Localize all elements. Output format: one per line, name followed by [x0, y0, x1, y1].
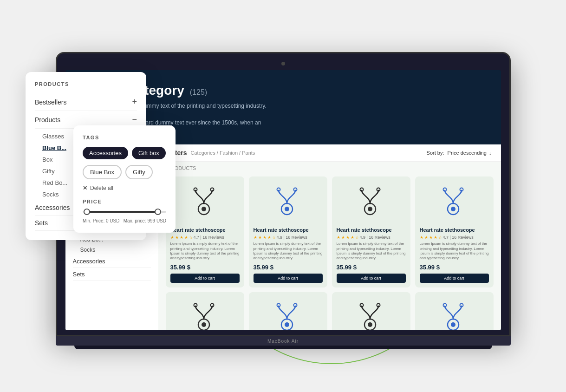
- x-icon: ✕: [83, 185, 87, 191]
- tags-row-filled: Accessories Gift box: [83, 147, 166, 159]
- product-count: (125): [190, 88, 207, 97]
- rating-text-3: 4.7 | 16 Reviews: [443, 235, 474, 240]
- product-stars-3: ★★★★☆4.7 | 16 Reviews: [420, 235, 489, 240]
- floating-filter-panel: TAGS Accessories Gift box Blue Box Gifty…: [73, 125, 176, 233]
- star-3-product-0: ★: [184, 235, 188, 240]
- star-2-product-2: ★: [346, 235, 350, 240]
- star-3-product-2: ★: [351, 235, 354, 240]
- delete-all-button[interactable]: ✕ Delete all: [83, 185, 166, 191]
- product-desc-1: Lorem Ipsum is simply dummy text of the …: [254, 242, 323, 261]
- expand-icon-bestsellers: +: [132, 97, 137, 107]
- price-slider[interactable]: [83, 211, 166, 213]
- product-name-2: Heart rate stethoscope: [337, 227, 406, 233]
- star-1-product-2: ★: [341, 235, 345, 240]
- product-image-0: [170, 181, 240, 223]
- star-2-product-3: ★: [429, 235, 433, 240]
- product-image-7: [420, 297, 489, 330]
- product-card-4: Heart rate stethoscope★★★★☆4.7 | 16 Revi…: [166, 292, 244, 330]
- add-to-cart-button-2[interactable]: Add to cart: [337, 274, 406, 283]
- product-name-0: Heart rate stethoscope: [170, 227, 240, 233]
- star-1-product-3: ★: [424, 235, 428, 240]
- products-grid: Heart rate stethoscope★★★★☆4.7 | 16 Revi…: [158, 173, 501, 330]
- screen-main: Filters Categories / Fashion / Pants Sor…: [158, 144, 501, 330]
- stethoscope-image-4: [189, 299, 221, 330]
- product-image-1: [254, 181, 323, 223]
- svg-point-29: [451, 322, 455, 327]
- svg-point-9: [368, 207, 372, 211]
- product-name-3: Heart rate stethoscope: [420, 227, 489, 233]
- product-stars-1: ★★★★☆4.9 | 16 Reviews: [254, 235, 323, 240]
- star-2-product-1: ★: [263, 235, 267, 240]
- star-1-product-0: ★: [175, 235, 179, 240]
- stethoscope-image-6: [355, 299, 387, 330]
- stethoscope-image-2: [355, 183, 387, 221]
- product-card-5: Heart rate stethoscope★★★★☆4.9 | 16 Revi…: [249, 292, 327, 330]
- star-0-product-1: ★: [254, 235, 257, 240]
- price-slider-min-thumb[interactable]: [84, 209, 90, 215]
- add-to-cart-button-3[interactable]: Add to cart: [420, 274, 489, 283]
- product-card-6: Heart rate stethoscope★★★★☆4.9 | 16 Revi…: [332, 292, 410, 330]
- star-0-product-0: ★: [170, 235, 174, 240]
- product-card-7: Heart rate stethoscope★★★★☆4.7 | 16 Revi…: [415, 292, 494, 330]
- nav-label-accessories: Accessories: [35, 204, 70, 211]
- product-stars-0: ★★★★☆4.7 | 16 Reviews: [170, 235, 240, 240]
- star-0-product-2: ★: [337, 235, 340, 240]
- tag-gifty[interactable]: Gifty: [125, 165, 153, 179]
- product-image-4: [170, 297, 240, 330]
- nav-label-bestsellers: Bestsellers: [35, 98, 66, 106]
- star-3-product-1: ★: [267, 235, 271, 240]
- rating-text-1: 4.9 | 16 Reviews: [277, 235, 307, 240]
- stethoscope-image-3: [438, 183, 470, 221]
- toolbar-left: Filters Categories / Fashion / Pants: [168, 149, 255, 157]
- floating-sidebar-title: PRODUCTS: [35, 81, 137, 87]
- rating-text-2: 4.9 | 16 Reviews: [360, 235, 390, 240]
- product-card-0: Heart rate stethoscope★★★★☆4.7 | 16 Revi…: [166, 176, 244, 287]
- star-0-product-3: ★: [420, 235, 423, 240]
- product-image-5: [254, 297, 323, 330]
- star-4-product-3: ☆: [438, 235, 442, 240]
- stethoscope-image-0: [189, 183, 221, 221]
- breadcrumb: Categories / Fashion / Pants: [191, 150, 255, 156]
- sidebar-accessories[interactable]: Accessories: [73, 255, 151, 268]
- svg-point-5: [285, 207, 289, 211]
- star-3-product-3: ★: [434, 235, 437, 240]
- main-toolbar: Filters Categories / Fashion / Pants Sor…: [158, 144, 501, 162]
- rating-text-0: 4.7 | 16 Reviews: [194, 235, 224, 240]
- laptop-foot: [74, 346, 492, 349]
- sidebar-sets[interactable]: Sets: [73, 268, 151, 281]
- collapse-icon-products: −: [132, 115, 137, 124]
- sort-section: Sort by: Price descending ↓: [427, 150, 492, 156]
- nav-label-sets: Sets: [35, 219, 48, 227]
- sidebar-item-socks[interactable]: Socks: [80, 245, 151, 255]
- product-image-6: [337, 297, 406, 330]
- product-price-0: 35.99 $: [170, 264, 240, 271]
- stethoscope-image-5: [272, 299, 304, 330]
- product-desc-2: Lorem Ipsum is simply dummy text of the …: [337, 242, 406, 261]
- star-4-product-2: ☆: [355, 235, 359, 240]
- product-image-3: [420, 181, 489, 223]
- laptop-base: [56, 336, 511, 346]
- svg-point-17: [202, 322, 206, 327]
- product-desc-3: Lorem Ipsum is simply dummy text of the …: [420, 242, 489, 261]
- product-price-1: 35.99 $: [254, 264, 323, 271]
- product-card-2: Heart rate stethoscope★★★★☆4.9 | 16 Revi…: [332, 176, 410, 287]
- tag-bluebox[interactable]: Blue Box: [83, 165, 122, 179]
- svg-point-1: [202, 207, 206, 211]
- laptop-camera: [281, 62, 285, 65]
- star-4-product-0: ☆: [189, 235, 193, 240]
- price-slider-max-thumb[interactable]: [155, 209, 161, 215]
- delete-all-label: Delete all: [90, 185, 113, 191]
- price-min-label: Min. Price: 0 USD: [83, 218, 119, 223]
- add-to-cart-button-0[interactable]: Add to cart: [170, 274, 240, 283]
- product-name-1: Heart rate stethoscope: [254, 227, 323, 233]
- tags-title: TAGS: [83, 135, 166, 140]
- star-1-product-1: ★: [258, 235, 262, 240]
- tag-accessories[interactable]: Accessories: [83, 147, 128, 159]
- stethoscope-image-1: [272, 183, 304, 221]
- add-to-cart-button-1[interactable]: Add to cart: [254, 274, 323, 283]
- nav-item-bestsellers[interactable]: Bestsellers +: [35, 93, 137, 111]
- svg-point-13: [451, 207, 455, 211]
- nav-label-products: Products: [35, 116, 60, 124]
- svg-point-21: [285, 322, 289, 327]
- tag-giftbox[interactable]: Gift box: [132, 147, 166, 159]
